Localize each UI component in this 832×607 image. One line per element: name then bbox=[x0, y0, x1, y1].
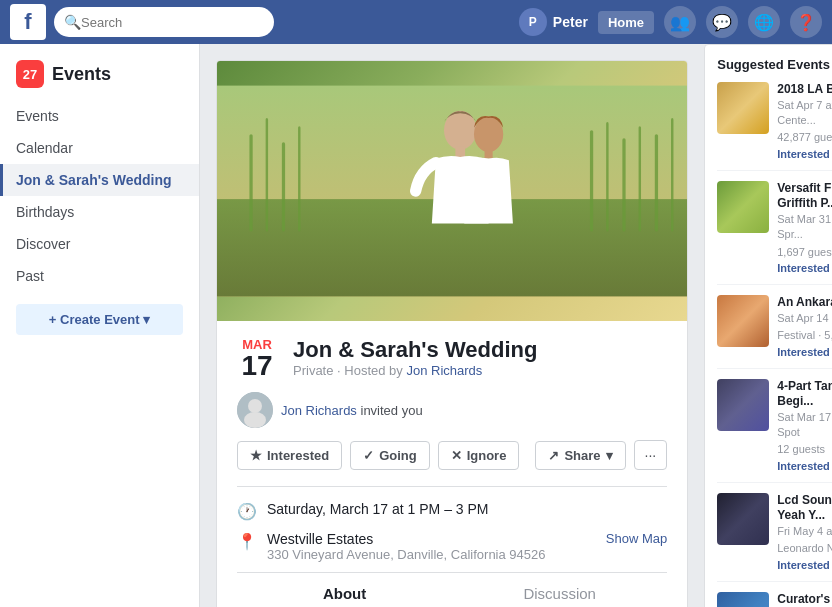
share-chevron-icon: ▾ bbox=[606, 448, 613, 463]
show-map-link[interactable]: Show Map bbox=[606, 531, 667, 546]
going-button[interactable]: ✓ Going bbox=[350, 441, 430, 470]
interested-label[interactable]: Interested bbox=[777, 262, 830, 274]
svg-rect-15 bbox=[485, 149, 493, 159]
event-date-block: MAR 17 bbox=[237, 337, 277, 380]
host-name-link[interactable]: Jon Richards bbox=[406, 363, 482, 378]
suggested-event-item: Lcd Soundsystem and Yeah Y... Fri May 4 … bbox=[717, 493, 832, 582]
event-thumbnail bbox=[717, 493, 769, 545]
right-sidebar: Suggested Events See More 2018 LA Beer F… bbox=[704, 44, 832, 607]
svg-point-18 bbox=[244, 412, 266, 428]
search-bar[interactable]: 🔍 bbox=[54, 7, 274, 37]
sidebar-link-past[interactable]: Past bbox=[0, 260, 199, 292]
event-card: MAR 17 Jon & Sarah's Wedding Private · H… bbox=[216, 60, 688, 607]
event-details: 🕐 Saturday, March 17 at 1 PM – 3 PM 📍 We… bbox=[237, 486, 667, 562]
event-subtitle: Private · Hosted by Jon Richards bbox=[293, 363, 537, 378]
event-thumbnail bbox=[717, 181, 769, 233]
suggested-event-name: Versafit Field Day at Griffith P... bbox=[777, 181, 832, 212]
tab-about[interactable]: About bbox=[237, 573, 452, 607]
interested-label[interactable]: Interested bbox=[777, 346, 830, 358]
svg-rect-11 bbox=[671, 118, 673, 232]
svg-rect-3 bbox=[266, 118, 268, 232]
host-invited-link[interactable]: Jon Richards bbox=[281, 403, 357, 418]
event-time-detail: Saturday, March 17 at 1 PM – 3 PM bbox=[267, 501, 667, 517]
svg-rect-2 bbox=[249, 134, 252, 231]
suggested-event-actions: Interested · Going bbox=[777, 460, 832, 472]
suggested-event-item: Versafit Field Day at Griffith P... Sat … bbox=[717, 181, 832, 285]
help-icon[interactable]: ❓ bbox=[790, 6, 822, 38]
search-icon: 🔍 bbox=[64, 14, 81, 30]
topnav-right-section: P Peter Home 👥 💬 🌐 ❓ bbox=[519, 6, 822, 38]
sidebar-link-events[interactable]: Events bbox=[0, 100, 199, 132]
event-date-title-row: MAR 17 Jon & Sarah's Wedding Private · H… bbox=[237, 337, 667, 380]
suggested-event-name: 4-Part Tango Course for Begi... bbox=[777, 379, 832, 410]
suggested-event-info: An Ankara Bazaar – L.A. Sat Apr 14 at TB… bbox=[777, 295, 832, 357]
notifications-icon[interactable]: 🌐 bbox=[748, 6, 780, 38]
suggested-event-meta: Sat Apr 14 at TBA bbox=[777, 311, 832, 326]
event-title: Jon & Sarah's Wedding bbox=[293, 337, 537, 363]
share-button[interactable]: ↗ Share ▾ bbox=[535, 441, 625, 470]
event-actions: ★ Interested ✓ Going ✕ Ignore ↗ Share bbox=[237, 440, 667, 470]
event-time-row: 🕐 Saturday, March 17 at 1 PM – 3 PM bbox=[237, 501, 667, 521]
interested-label[interactable]: Interested bbox=[777, 460, 830, 472]
left-sidebar: 27 Events Events Calendar Jon & Sarah's … bbox=[0, 44, 200, 607]
sidebar-item-discover[interactable]: Discover bbox=[0, 228, 199, 260]
search-input[interactable] bbox=[81, 15, 261, 30]
event-thumbnail bbox=[717, 592, 769, 607]
suggested-event-meta: Sat Mar 31 at 4730 Crystal Spr... bbox=[777, 212, 832, 243]
sidebar-item-past[interactable]: Past bbox=[0, 260, 199, 292]
suggested-event-guests: 42,877 guests bbox=[777, 130, 832, 145]
sidebar-item-calendar[interactable]: Calendar bbox=[0, 132, 199, 164]
sidebar-item-events[interactable]: Events bbox=[0, 100, 199, 132]
suggested-event-info: Curator's Tour Aboard Battles... Sat Mar… bbox=[777, 592, 832, 607]
location-icon: 📍 bbox=[237, 532, 257, 551]
suggested-event-meta: Fri May 4 at Hollywood Bowl bbox=[777, 524, 832, 539]
sidebar-item-wedding[interactable]: Jon & Sarah's Wedding bbox=[0, 164, 199, 196]
avatar: P bbox=[519, 8, 547, 36]
suggested-events-section: Suggested Events See More 2018 LA Beer F… bbox=[704, 44, 832, 607]
clock-icon: 🕐 bbox=[237, 502, 257, 521]
suggested-event-actions: Interested · Going bbox=[777, 559, 832, 571]
sidebar-item-birthdays[interactable]: Birthdays bbox=[0, 196, 199, 228]
svg-rect-8 bbox=[622, 138, 625, 231]
event-thumbnail bbox=[717, 295, 769, 347]
user-profile-btn[interactable]: P Peter bbox=[519, 8, 588, 36]
share-icon: ↗ bbox=[548, 448, 559, 463]
tab-discussion[interactable]: Discussion bbox=[452, 573, 667, 607]
suggested-event-item: 4-Part Tango Course for Begi... Sat Mar … bbox=[717, 379, 832, 483]
top-navigation: f 🔍 P Peter Home 👥 💬 🌐 ❓ bbox=[0, 0, 832, 44]
messages-icon[interactable]: 💬 bbox=[706, 6, 738, 38]
sidebar-link-calendar[interactable]: Calendar bbox=[0, 132, 199, 164]
check-icon: ✓ bbox=[363, 448, 374, 463]
interested-label[interactable]: Interested bbox=[777, 148, 830, 160]
create-event-button[interactable]: + Create Event ▾ bbox=[16, 304, 183, 335]
event-host-row: Jon Richards invited you bbox=[237, 392, 667, 428]
sidebar-link-wedding[interactable]: Jon & Sarah's Wedding bbox=[0, 164, 199, 196]
more-options-button[interactable]: ··· bbox=[634, 440, 668, 470]
event-location-row: 📍 Westville Estates 330 Vineyard Avenue,… bbox=[237, 531, 667, 562]
event-title-block: Jon & Sarah's Wedding Private · Hosted b… bbox=[293, 337, 537, 378]
event-thumbnail bbox=[717, 82, 769, 134]
x-icon: ✕ bbox=[451, 448, 462, 463]
sidebar-link-discover[interactable]: Discover bbox=[0, 228, 199, 260]
home-button[interactable]: Home bbox=[598, 11, 654, 34]
sidebar-link-birthdays[interactable]: Birthdays bbox=[0, 196, 199, 228]
svg-point-17 bbox=[248, 399, 262, 413]
host-invited-text: Jon Richards invited you bbox=[281, 403, 423, 418]
suggested-event-info: 2018 LA Beer Fest Sat Apr 7 at Los Angel… bbox=[777, 82, 832, 160]
event-tabs: About Discussion bbox=[237, 572, 667, 607]
suggested-event-actions: Interested · Going bbox=[777, 262, 832, 274]
ignore-button[interactable]: ✕ Ignore bbox=[438, 441, 520, 470]
suggested-event-guests: Festival · 5,913 guests bbox=[777, 328, 832, 343]
suggested-event-name: Lcd Soundsystem and Yeah Y... bbox=[777, 493, 832, 524]
event-thumbnail bbox=[717, 379, 769, 431]
event-cover-photo bbox=[217, 61, 687, 321]
interested-button[interactable]: ★ Interested bbox=[237, 441, 342, 470]
interested-label[interactable]: Interested bbox=[777, 559, 830, 571]
svg-point-12 bbox=[444, 111, 476, 150]
event-time-text: Saturday, March 17 at 1 PM – 3 PM bbox=[267, 501, 667, 517]
event-cover-image bbox=[217, 61, 687, 321]
svg-rect-6 bbox=[590, 130, 593, 231]
sidebar-navigation: Events Calendar Jon & Sarah's Wedding Bi… bbox=[0, 100, 199, 292]
facebook-logo[interactable]: f bbox=[10, 4, 46, 40]
friends-icon[interactable]: 👥 bbox=[664, 6, 696, 38]
